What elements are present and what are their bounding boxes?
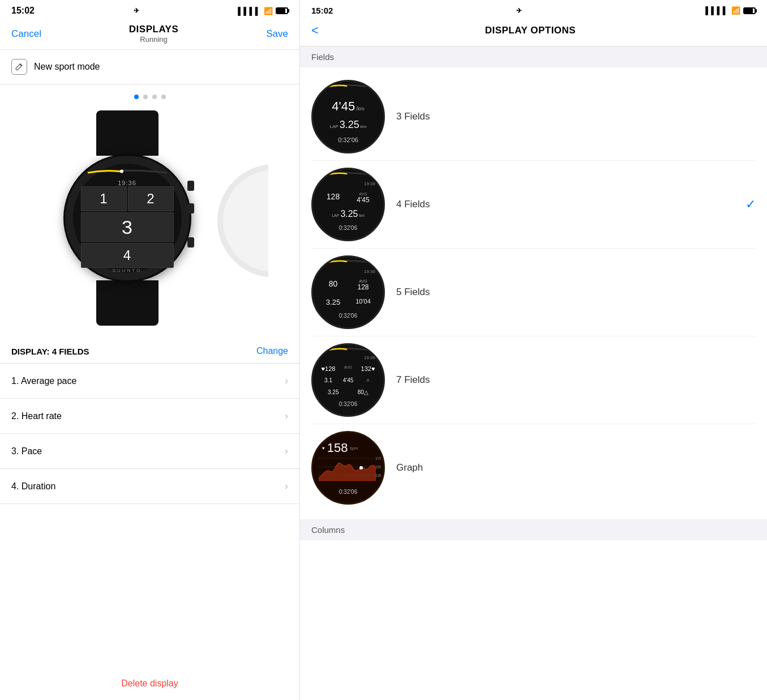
dot-3 (152, 95, 157, 99)
wt5-val2: 128 (357, 283, 368, 291)
wt7-v5: ○ (358, 377, 378, 383)
wt3-unit: /km (356, 106, 365, 112)
hr-graph-svg: 170 150 130 (319, 455, 381, 481)
display-fields-label: DISPLAY: 4 FIELDS (11, 347, 89, 356)
watch-field-1: 1 (81, 186, 127, 211)
dot-1 (134, 95, 139, 99)
strap-bottom (96, 280, 158, 326)
option-5fields-label: 5 Fields (396, 287, 756, 298)
back-button[interactable]: < (311, 23, 319, 38)
wt7-duration: 0:32'06 (339, 401, 358, 407)
wt5-top-grid: 80 AVG 128 (319, 279, 378, 291)
svg-text:150: 150 (375, 465, 381, 469)
wt5-avg-label: AVG (359, 279, 367, 283)
field-item-1[interactable]: 1. Average pace › (0, 364, 299, 399)
svg-point-7 (359, 466, 363, 469)
watch-thumb-3fields: 4'45 /km LAP 3.25 km 0:32'06 (311, 80, 385, 153)
watch-thumb-7fields: 19:36 ♥128 AVG 132♥ 3.1 4'45 ○ 3.25 80△ … (311, 343, 385, 417)
wt4-time: 19:36 (319, 181, 378, 186)
option-4fields[interactable]: 19:36 128 AVG 4'45 LAP 3.25 km 0:32'06 4… (311, 161, 756, 249)
option-3fields[interactable]: 4'45 /km LAP 3.25 km 0:32'06 3 Fields (311, 73, 756, 161)
wt7-v3: 3.1 (319, 377, 338, 383)
wt7-row2: 3.1 4'45 ○ (319, 377, 378, 383)
watch-arc-svg (82, 168, 173, 174)
side-button-3 (187, 237, 194, 247)
wt7-time: 19:36 (319, 355, 378, 360)
wt7-v6: 3.25 (319, 389, 348, 395)
left-nav-bar: Cancel DISPLAYS Running Save (0, 19, 299, 50)
wt5-val2-col: AVG 128 (349, 279, 378, 291)
wt5-time: 19:36 (319, 269, 378, 274)
wt-graph-top: ♥ 158 bpm (319, 438, 378, 455)
save-button[interactable]: Save (266, 28, 288, 40)
watch-field-3: 3 (81, 212, 174, 242)
right-status-icons: ▌▌▌▌ 📶 (705, 6, 756, 15)
wt5-dist-col: 3.25 (319, 298, 348, 306)
field-2-text: 2. Heart rate (11, 411, 62, 421)
display-header: DISPLAY: 4 FIELDS Change (0, 337, 299, 364)
edit-icon (11, 59, 27, 75)
wt7-row3: 3.25 80△ (319, 389, 378, 395)
wt4-dist-row: LAP 3.25 km (319, 209, 378, 219)
watch-wrapper: 19:36 1 2 3 4 SUUNTO (65, 110, 190, 326)
wt7-row1: ♥128 AVG 132♥ (319, 365, 378, 372)
option-7fields[interactable]: 19:36 ♥128 AVG 132♥ 3.1 4'45 ○ 3.25 80△ … (311, 336, 756, 424)
svg-point-0 (120, 170, 123, 173)
nav-subtitle: Running (129, 35, 178, 44)
chevron-1-icon: › (285, 375, 288, 387)
wt4-dist: 3.25 (340, 209, 358, 219)
chevron-4-icon: › (285, 480, 288, 492)
field-list: 1. Average pace › 2. Heart rate › 3. Pac… (0, 364, 299, 667)
wt5-duration: 0:32'06 (339, 313, 358, 319)
right-nav-title: DISPLAY OPTIONS (319, 25, 742, 36)
fields-section-header: Fields (300, 46, 767, 67)
wt3-dist-unit: km (361, 124, 367, 129)
svg-text:130: 130 (375, 473, 381, 477)
nav-main-title: DISPLAYS (129, 24, 178, 35)
wt-graph-area: 170 150 130 (319, 455, 378, 489)
option-7fields-label: 7 Fields (396, 374, 756, 386)
watch-field-2: 2 (128, 186, 174, 211)
dot-2 (143, 95, 148, 99)
watch-ghost: 1 (217, 164, 268, 278)
left-location-icon: ✈ (134, 7, 139, 15)
sport-mode-row[interactable]: New sport mode (0, 50, 299, 84)
watch-thumb-graph: ♥ 158 bpm 170 150 130 (311, 431, 385, 505)
watch-container: 1 19:36 (0, 105, 299, 337)
option-graph[interactable]: ♥ 158 bpm 170 150 130 (311, 424, 756, 511)
watch-thumb-4fields: 19:36 128 AVG 4'45 LAP 3.25 km 0:32'06 (311, 168, 385, 241)
right-panel: 15:02 ✈ ▌▌▌▌ 📶 < DISPLAY OPTIONS Fields (300, 0, 767, 700)
wt4-avg-pace: 4'45 (357, 196, 369, 204)
wt4-lap-label: LAP (332, 214, 339, 217)
left-panel: 15:02 ✈ ▌▌▌▌ 📶 Cancel DISPLAYS Running S… (0, 0, 300, 700)
wt7-v2: 132♥ (358, 365, 378, 372)
field-item-4[interactable]: 4. Duration › (0, 469, 299, 504)
watch-field-grid: 1 2 3 4 (81, 186, 174, 268)
wt3-dist: 3.25 (340, 119, 359, 131)
arc-4fields (325, 172, 371, 175)
change-button[interactable]: Change (256, 346, 288, 356)
option-graph-label: Graph (396, 462, 756, 473)
arc-3fields (325, 84, 371, 87)
wt-graph-bpm: 158 (327, 441, 348, 455)
dot-4 (161, 95, 166, 99)
chevron-2-icon: › (285, 410, 288, 422)
wt7-v7: 80△ (349, 389, 378, 395)
columns-section-header: Columns (300, 519, 767, 540)
wt5-pace: 10'04 (355, 298, 371, 305)
delete-display-button[interactable]: Delete display (0, 667, 299, 700)
option-3fields-label: 3 Fields (396, 111, 756, 122)
right-status-bar: 15:02 ✈ ▌▌▌▌ 📶 (300, 0, 767, 19)
wt4-dist-unit: km (359, 214, 365, 217)
field-3-text: 3. Pace (11, 446, 42, 456)
field-4-text: 4. Duration (11, 481, 55, 492)
field-item-3[interactable]: 3. Pace › (0, 434, 299, 469)
side-button-1 (187, 181, 194, 191)
watch-thumb-5fields: 19:36 80 AVG 128 3.25 10'04 0:32 (311, 255, 385, 329)
option-5fields[interactable]: 19:36 80 AVG 128 3.25 10'04 0:32 (311, 249, 756, 336)
field-item-2[interactable]: 2. Heart rate › (0, 399, 299, 434)
strap-top (96, 110, 158, 156)
cancel-button[interactable]: Cancel (11, 28, 41, 40)
watch-ghost-inner: 1 (217, 164, 268, 278)
svg-text:170: 170 (375, 456, 381, 460)
